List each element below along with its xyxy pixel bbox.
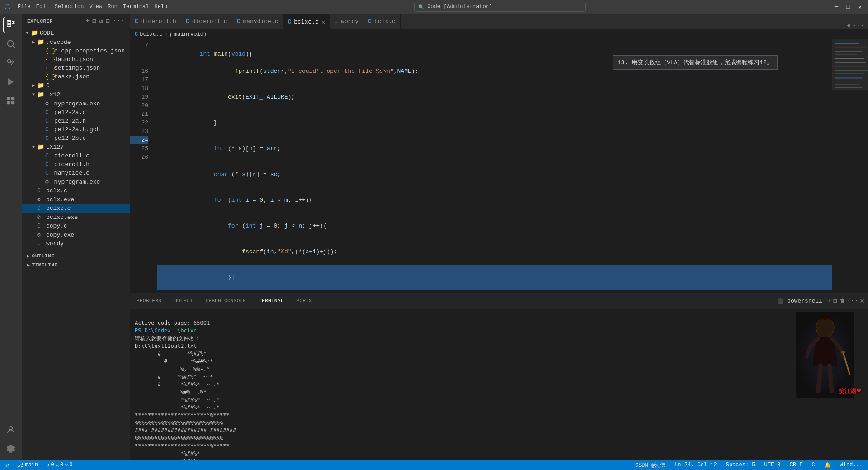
tree-item-copy-exe[interactable]: ⚙ copy.exe [22,230,130,239]
tree-item-pe12-2b-c[interactable]: C pe12-2b.c [22,134,130,142]
tree-root-code[interactable]: ▼ 📁 CODE [22,28,130,38]
source-control-activity-icon[interactable] [3,55,19,71]
tab-problems[interactable]: PROBLEMS [130,293,168,309]
tree-item-lx127[interactable]: ▼ 📁 LX127 [22,142,130,152]
more-actions-icon[interactable]: ··· [853,22,864,29]
breadcrumb-symbol[interactable]: main(void) [174,31,207,38]
code-editor[interactable]: 7 16 17 18 19 20 21 22 23 24 25 26 int [130,39,832,293]
notification-icon[interactable]: 🔔 [822,462,833,469]
tree-label-bclx-c: bclx.c [46,187,67,194]
panel-content[interactable]: Active code page: 65001 PS D:\Code> .\bc… [130,309,868,460]
menu-run[interactable]: Run [108,4,118,10]
menu-terminal[interactable]: Terminal [123,4,149,10]
breadcrumb-file[interactable]: bclxc.c [140,31,162,38]
tab-wordy[interactable]: ≡ wordy [330,14,363,29]
menu-selection[interactable]: Selection [55,4,84,10]
spaces-indicator[interactable]: Spaces: 5 [724,462,757,468]
tree-item-bclxc-c[interactable]: C bclxc.c [22,204,130,213]
menu-view[interactable]: View [89,4,102,10]
tree-item-wordy[interactable]: ≡ wordy [22,239,130,248]
outline-section-header[interactable]: ▶ OUTLINE [22,252,130,261]
svg-rect-5 [7,97,10,100]
tab-diceroll-h[interactable]: C diceroll.h [130,14,181,29]
tree-item-c_cpp[interactable]: { } c_cpp_propeties.json [22,47,130,55]
explorer-activity-icon[interactable] [3,17,19,33]
tree-item-diceroll-c[interactable]: C diceroll.c [22,152,130,160]
debug-activity-icon[interactable] [3,74,19,90]
json-icon: { } [45,73,52,80]
tree-item-lx12[interactable]: ▼ 📁 Lx12 [22,90,130,99]
cursor-position[interactable]: Ln 24, Col 12 [673,462,719,468]
tree-item-bclx-exe[interactable]: ⚙ bclx.exe [22,195,130,204]
tree-item-pe12-2a-c[interactable]: C pe12-2a.c [22,108,130,117]
tree-item-settings[interactable]: { } settings.json [22,64,130,72]
split-terminal-icon[interactable]: ⊟ [833,297,837,305]
tree-item-tasks[interactable]: { } tasks.json [22,72,130,81]
encoding-indicator[interactable]: UTF-8 [763,462,783,468]
tab-output[interactable]: OUTPUT [168,293,199,309]
tree-item-pe12-2a-h[interactable]: C pe12-2a.h [22,117,130,125]
extensions-activity-icon[interactable] [3,93,19,109]
timeline-section-header[interactable]: ▶ TIMELINE [22,261,130,270]
close-button[interactable]: ✕ [856,3,863,10]
tab-diceroll-c[interactable]: C diceroll.c [181,14,232,29]
tree-item-copy-c[interactable]: C copy.c [22,222,130,230]
language-indicator[interactable]: C [810,462,816,468]
tab-ports[interactable]: PORTS [290,293,319,309]
new-file-icon[interactable]: + [86,17,90,25]
tree-item-vscode[interactable]: ▶ 📁 .vscode [22,38,130,47]
json-icon: { } [45,56,52,63]
c-icon: C [288,19,291,25]
tree-item-myprogram2-exe[interactable]: ⚙ myprogram.exe [22,177,130,186]
tree-label-wordy: wordy [46,240,64,247]
tree-item-manydice-c[interactable]: C manydice.c [22,169,130,177]
new-folder-icon[interactable]: ⊞ [92,17,96,25]
tab-bclxc-c[interactable]: C bclxc.c ✕ [283,14,330,29]
tree-item-myprogram-exe[interactable]: ⚙ myprogram.exe [22,99,130,108]
collapse-all-icon[interactable]: ⊟ [106,17,110,25]
menu-edit[interactable]: Edit [36,4,49,10]
tree-item-diceroll-h[interactable]: C diceroll.h [22,160,130,169]
more-panel-icon[interactable]: ··· [847,297,858,304]
tab-debug-console[interactable]: DEBUG CONSOLE [199,293,253,309]
folder-icon: 📁 [31,29,38,37]
menu-help[interactable]: Help [154,4,167,10]
title-search-bar[interactable]: 🔍 Code [Administrator] [414,2,586,12]
minimize-button[interactable]: ─ [833,3,840,10]
branch-indicator[interactable]: ⎇ main [15,462,40,469]
maximize-button[interactable]: □ [844,3,852,10]
tree-label-settings: settings.json [54,65,100,71]
menu-file[interactable]: File [18,4,31,10]
wind-indicator[interactable]: Wind... [838,462,864,468]
bell-icon: 🔔 [824,462,831,469]
tab-terminal[interactable]: TERMINAL [252,293,290,309]
tab-bclx-c[interactable]: C bclx.c [363,14,401,29]
tree-item-pe12-2a-h-gch[interactable]: C pe12-2a.h.gch [22,125,130,134]
search-activity-icon[interactable] [3,36,19,52]
problems-indicator[interactable]: ⊗ 0 △ 0 ○ 0 [44,462,74,469]
statusbar-right: CSDN @河佛 Ln 24, Col 12 Spaces: 5 UTF-8 C… [633,461,864,469]
tree-item-c-folder[interactable]: ▶ 📁 C [22,81,130,90]
add-terminal-icon[interactable]: + [827,297,831,305]
exe-icon: ⚙ [37,231,44,238]
more-actions-icon[interactable]: ··· [113,17,125,25]
sidebar: EXPLORER + ⊞ ↺ ⊟ ··· ▼ 📁 CODE ▶ 📁 .vscod… [22,14,130,460]
tree-label-diceroll-h: diceroll.h [54,161,90,168]
settings-activity-icon[interactable] [3,441,19,456]
tab-close-bclxc[interactable]: ✕ [321,18,325,26]
tree-item-bclxc-exe[interactable]: ⚙ bclxc.exe [22,213,130,222]
kill-terminal-icon[interactable]: 🗑 [839,297,845,304]
close-panel-icon[interactable]: ✕ [860,296,864,305]
c-file-icon: C [45,152,52,159]
remote-indicator[interactable]: ⇄ [4,461,11,469]
split-editor-icon[interactable]: ⊞ [846,22,850,29]
refresh-icon[interactable]: ↺ [99,17,103,25]
account-activity-icon[interactable] [3,422,19,437]
eol-indicator[interactable]: CRLF [788,462,805,468]
tree-item-launch[interactable]: { } launch.json [22,55,130,64]
tree-item-bclx-c[interactable]: C bclx.c [22,186,130,195]
tab-manydice-c[interactable]: C manydice.c [232,14,283,29]
terminal-line-16: %%%%%%%%%%%%%%%%%%%%%%%%%%% [135,435,223,442]
eol-text: CRLF [790,462,803,468]
code-lines[interactable]: int main(void){ fprintf(stderr,"I could'… [153,39,832,293]
